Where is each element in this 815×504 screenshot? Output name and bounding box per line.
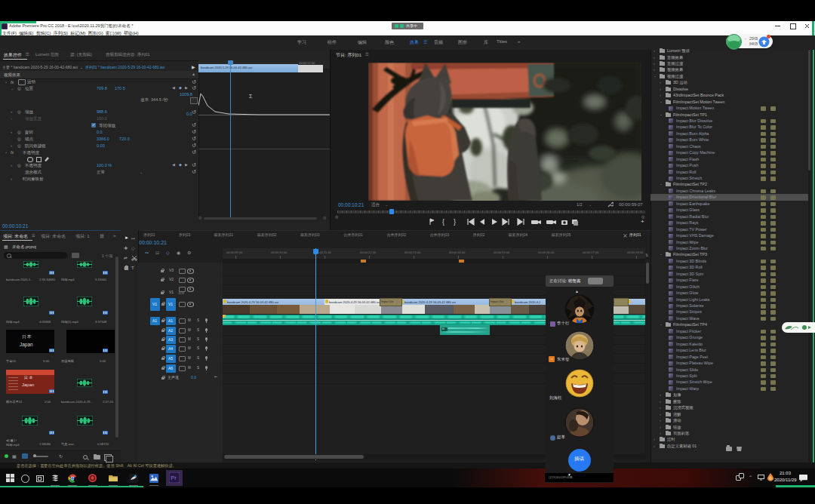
svg-text:Pr: Pr (171, 475, 177, 481)
svg-text:{: { (442, 218, 444, 226)
svg-text:}: } (454, 218, 456, 226)
